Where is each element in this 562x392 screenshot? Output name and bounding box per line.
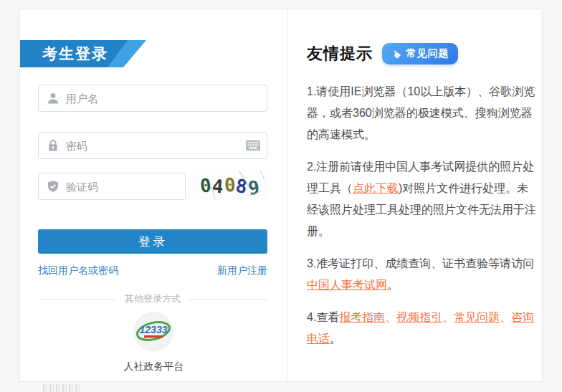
user-icon: [47, 92, 59, 105]
tips-header: 友情提示 ☚ 常见问题: [307, 43, 536, 64]
tip-link[interactable]: 中国人事考试网: [307, 279, 387, 291]
tip-link[interactable]: 点此下载: [353, 182, 399, 194]
keyboard-icon[interactable]: [246, 140, 260, 151]
tip-link[interactable]: 报考指南: [339, 311, 385, 323]
platform-label: 人社政务平台: [20, 360, 287, 373]
login-banner: 考生登录: [20, 40, 163, 67]
tip-separator: 、: [500, 311, 511, 323]
login-banner-title: 考生登录: [42, 40, 108, 67]
tip-paragraph: 1.请使用IE浏览器（10以上版本）、谷歌浏览器，或者360浏览器的极速模式、搜…: [307, 81, 537, 145]
cropped-footer-artifact: [43, 384, 80, 392]
login-button[interactable]: 登录: [38, 229, 267, 254]
other-login-divider: 其他登录方式: [38, 293, 267, 305]
tip-text: 。: [387, 279, 399, 291]
captcha-image[interactable]: 04089: [193, 171, 267, 201]
account-links-row: 找回用户名或密码 新用户注册: [38, 264, 267, 277]
tip-paragraph: 3.准考证打印、成绩查询、证书查验等请访问中国人事考试网。: [307, 253, 537, 296]
shield-icon: [47, 180, 59, 193]
logo-12333-graphic: 12333: [133, 312, 173, 352]
main-panel: 考生登录: [19, 9, 543, 382]
logo-12333-text: 12333: [140, 324, 168, 335]
faq-badge-label: 常见问题: [406, 47, 449, 60]
password-input[interactable]: [38, 132, 267, 159]
other-login-label: 其他登录方式: [125, 292, 181, 305]
tip-paragraph: 4.查看报考指南、视频指引、常见问题、咨询电话。: [307, 307, 537, 350]
tip-separator: 、: [385, 311, 396, 323]
tip-text: 1.请使用IE浏览器（10以上版本）、谷歌浏览器，或者360浏览器的极速模式、搜…: [307, 85, 535, 140]
tip-text: 4.查看: [307, 311, 339, 323]
captcha-digit: 9: [247, 176, 262, 199]
tip-link[interactable]: 视频指引: [396, 311, 442, 323]
forgot-credentials-link[interactable]: 找回用户名或密码: [38, 264, 118, 277]
password-field-wrap: [38, 132, 267, 159]
divider-line: [189, 299, 267, 300]
tip-paragraph: 2.注册前请使用中国人事考试网提供的照片处理工具（点此下载)对照片文件进行处理。…: [307, 156, 537, 242]
tips-paragraphs: 1.请使用IE浏览器（10以上版本）、谷歌浏览器，或者360浏览器的极速模式、搜…: [307, 81, 537, 360]
tip-separator: 、: [442, 311, 454, 323]
tip-text: 3.准考证打印、成绩查询、证书查验等请访问: [307, 257, 534, 269]
tips-title: 友情提示: [307, 43, 373, 64]
logo-12333[interactable]: 12333: [133, 312, 173, 352]
username-field-wrap: [38, 85, 267, 112]
captcha-field-wrap: [38, 173, 186, 200]
captcha-input[interactable]: [38, 173, 186, 200]
username-input[interactable]: [38, 85, 267, 112]
tip-link[interactable]: 常见问题: [454, 311, 500, 323]
page: 考生登录: [0, 0, 562, 392]
captcha-code: 04089: [193, 171, 267, 201]
divider-line: [38, 299, 116, 300]
pointing-hand-icon: ☚: [389, 47, 404, 61]
column-divider: [287, 9, 288, 381]
tip-text: 。: [330, 333, 341, 345]
faq-badge-button[interactable]: ☚ 常见问题: [382, 43, 458, 64]
new-user-register-link[interactable]: 新用户注册: [217, 264, 267, 277]
lock-icon: [47, 139, 59, 152]
